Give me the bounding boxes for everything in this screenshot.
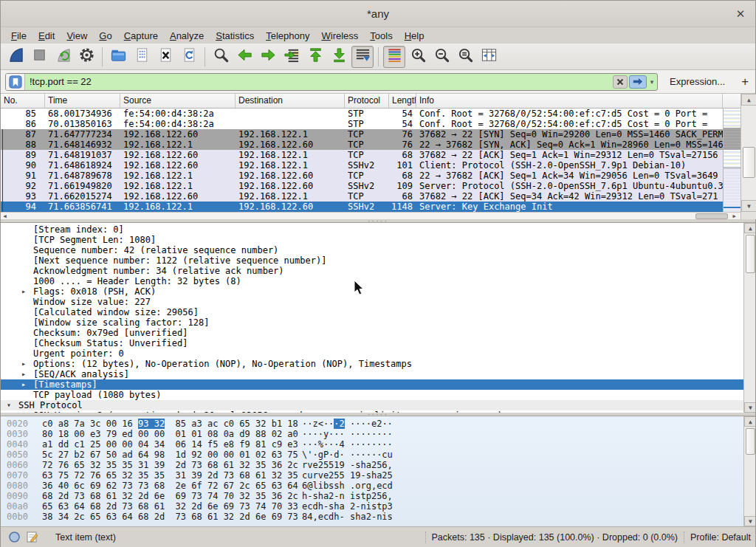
open-file-button[interactable] (107, 46, 129, 68)
zoom-out-button[interactable] (430, 46, 453, 68)
filter-history-dropdown[interactable]: ▾ (647, 75, 657, 89)
detail-line[interactable]: [Window size scaling factor: 128] (1, 317, 744, 328)
hscrollbar-thumb[interactable] (695, 213, 728, 219)
packet-row[interactable]: 8568.001734936fe:54:00:d4:38:2aSTP54Conf… (1, 109, 723, 119)
scroll-up-arrow[interactable]: ▲ (744, 416, 755, 427)
expert-info-button[interactable] (8, 531, 21, 543)
detail-line[interactable]: Window size value: 227 (1, 297, 744, 307)
go-back-button[interactable] (233, 46, 255, 68)
hex-row[interactable]: 009068 2d 73 68 61 32 2d 6e 69 73 74 70 … (1, 491, 744, 501)
detail-line[interactable]: 1000 .... = Header Length: 32 bytes (8) (1, 276, 744, 286)
packet-row[interactable]: 9171.648789678192.168.122.1192.168.122.6… (1, 171, 723, 181)
detail-line[interactable]: Urgent pointer: 0 (1, 348, 744, 359)
menu-item-tools[interactable]: Tools (364, 29, 398, 43)
hex-row[interactable]: 006072 76 65 32 35 35 31 39 2d 73 68 61 … (1, 460, 744, 470)
detail-line[interactable]: [Stream index: 0] (1, 224, 744, 235)
detail-line[interactable]: TCP payload (1080 bytes) (1, 390, 744, 400)
menu-item-statistics[interactable]: Statistics (210, 29, 260, 43)
filter-clear-button[interactable] (613, 75, 628, 89)
scroll-down-arrow[interactable]: ▼ (744, 402, 755, 413)
packet-row[interactable]: 8971.648191037192.168.122.60192.168.122.… (1, 150, 723, 160)
zoom-in-button[interactable] (407, 46, 429, 68)
close-window-button[interactable]: ✕ (733, 7, 748, 21)
display-filter-field[interactable]: ▾ (5, 73, 658, 91)
go-forward-button[interactable] (257, 46, 279, 68)
column-header-time[interactable]: Time (45, 94, 120, 108)
menu-item-edit[interactable]: Edit (32, 29, 61, 43)
zoom-reset-button[interactable] (454, 46, 476, 68)
detail-line[interactable]: [Next sequence number: 1122 (relative se… (1, 255, 744, 266)
details-vscrollbar[interactable]: ▲ ▼ (743, 223, 755, 413)
detail-line[interactable]: [TCP Segment Len: 1080] (1, 235, 744, 245)
hex-row[interactable]: 007063 75 72 76 65 32 35 35 31 39 2d 73 … (1, 470, 744, 481)
column-header-no[interactable]: No. (1, 94, 45, 108)
save-file-button[interactable] (131, 46, 153, 68)
hex-row[interactable]: 003080 18 00 e3 79 ed 00 00 01 01 08 0a … (1, 429, 744, 439)
hex-row[interactable]: 00505c 27 b2 67 50 ad 64 98 1d 92 00 00 … (1, 450, 744, 460)
find-packet-button[interactable] (210, 46, 232, 68)
packet-row[interactable]: 8871.648146932192.168.122.1192.168.122.6… (1, 140, 723, 150)
capture-options-button[interactable] (75, 46, 97, 68)
scrollbar-thumb[interactable] (746, 235, 755, 273)
packet-list-vscrollbar[interactable]: ▲ ▼ (740, 94, 756, 212)
filter-bookmark-button[interactable] (6, 74, 25, 90)
close-file-button[interactable] (154, 46, 176, 68)
profile-indicator[interactable]: Profile: Default (690, 532, 751, 543)
scroll-up-arrow[interactable]: ▲ (744, 223, 755, 233)
packet-row[interactable]: 8670.013850163fe:54:00:d4:38:2aSTP54Conf… (1, 119, 723, 129)
expand-icon[interactable]: ▸ (21, 286, 26, 297)
filter-apply-button[interactable] (629, 75, 647, 89)
menu-item-file[interactable]: File (5, 29, 32, 43)
column-header-info[interactable]: Info (416, 94, 723, 108)
detail-line[interactable]: Sequence number: 42 (relative sequence n… (1, 245, 744, 255)
detail-line[interactable]: ▸[Timestamps] (1, 379, 744, 390)
packet-row[interactable]: 9371.662015274192.168.122.60192.168.122.… (1, 191, 723, 202)
hex-vscrollbar[interactable]: ▲ ▼ (743, 416, 755, 526)
packet-row[interactable]: 8771.647777234192.168.122.60192.168.122.… (1, 129, 723, 140)
scrollbar-thumb[interactable] (746, 428, 755, 455)
stop-capture-button[interactable] (28, 46, 50, 68)
auto-scroll-toggle[interactable] (351, 46, 374, 68)
detail-line[interactable]: [Calculated window size: 29056] (1, 307, 744, 317)
expand-icon[interactable]: ▸ (21, 369, 26, 379)
detail-line[interactable]: ▸[SEQ/ACK analysis] (1, 369, 744, 379)
column-header-destination[interactable]: Destination (236, 94, 345, 108)
column-header-source[interactable]: Source (120, 94, 236, 108)
colorize-toggle[interactable] (383, 46, 405, 68)
reload-file-button[interactable] (178, 46, 200, 68)
menu-item-telephony[interactable]: Telephony (260, 29, 315, 43)
menu-item-analyze[interactable]: Analyze (164, 29, 210, 43)
scroll-down-arrow[interactable]: ▼ (744, 516, 755, 526)
column-header-protocol[interactable]: Protocol (345, 94, 389, 108)
detail-line[interactable]: Acknowledgment number: 34 (relative ack … (1, 266, 744, 276)
detail-line[interactable]: ▸Options: (12 bytes), No-Operation (NOP)… (1, 359, 744, 369)
menu-item-go[interactable]: Go (93, 29, 117, 43)
menu-item-capture[interactable]: Capture (118, 29, 164, 43)
scrollbar-thumb[interactable] (743, 147, 755, 178)
capture-comment-button[interactable] (27, 531, 39, 543)
menu-item-view[interactable]: View (61, 29, 93, 43)
packet-row[interactable]: 9471.663856741192.168.122.1192.168.122.6… (1, 202, 723, 212)
detail-line[interactable]: [Checksum Status: Unverified] (1, 338, 744, 348)
packet-row[interactable]: 9271.661949820192.168.122.1192.168.122.6… (1, 181, 723, 191)
restart-capture-button[interactable] (52, 46, 74, 68)
start-capture-button[interactable] (4, 46, 27, 68)
menu-item-wireless[interactable]: Wireless (316, 29, 365, 43)
hex-row[interactable]: 0020c0 a8 7a 3c 00 16 93 32 85 a3 ac c0 … (1, 419, 744, 429)
go-to-packet-button[interactable] (281, 46, 303, 68)
add-filter-button[interactable]: + (734, 75, 756, 89)
detail-line[interactable]: ▾SSH Protocol (1, 400, 744, 410)
menu-item-help[interactable]: Help (399, 29, 430, 43)
collapse-icon[interactable]: ▾ (7, 400, 11, 410)
intelligent-scrollbar-minimap[interactable] (723, 109, 740, 212)
hex-row[interactable]: 008036 40 6c 69 62 73 73 68 2e 6f 72 67 … (1, 481, 744, 491)
hex-row[interactable]: 00b038 34 2c 65 63 64 68 2d 73 68 61 32 … (1, 512, 744, 522)
go-to-top-button[interactable] (304, 46, 326, 68)
expand-icon[interactable]: ▸ (21, 359, 26, 369)
hex-row[interactable]: 00a065 63 64 68 2d 73 68 61 32 2d 6e 69 … (1, 501, 744, 512)
expression-button[interactable]: Expression... (658, 76, 734, 87)
hex-row[interactable]: 0040a1 dd c1 25 00 00 04 34 06 14 f5 e8 … (1, 439, 744, 450)
scroll-up-arrow[interactable]: ▲ (741, 94, 756, 106)
detail-line[interactable]: Checksum: 0x79ed [unverified] (1, 328, 744, 338)
packet-row[interactable]: 9071.648618924192.168.122.60192.168.122.… (1, 160, 723, 171)
